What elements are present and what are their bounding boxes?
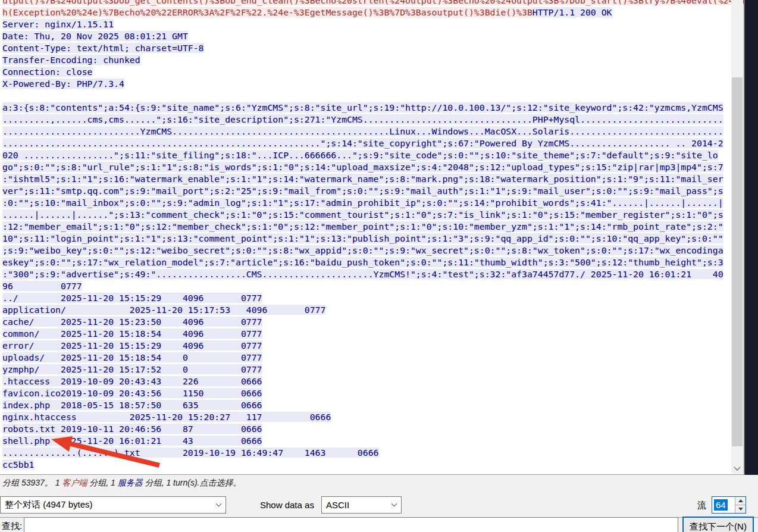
spinner-down-button[interactable] — [735, 505, 746, 513]
find-next-button-label: 查找下一个(N) — [690, 521, 747, 532]
stream-line: ........................................… — [2, 137, 744, 149]
stream-summary-status: 分组 53937。 1 客户端 分组, 1 服务器 分组, 1 turn(s).… — [2, 478, 241, 489]
stream-line-segment: ver";s:11:"smtp.qq.com";s:9:"mail_port";… — [2, 186, 723, 196]
stream-line: Transfer-Encoding: chunked — [2, 54, 744, 66]
stream-line: Connection: close — [2, 66, 744, 78]
status-mid2: 分组, 1 turn(s). — [143, 478, 200, 487]
stream-line: X-Powered-By: PHP/7.3.4 — [2, 78, 744, 90]
scrollbar-down-button[interactable] — [731, 463, 743, 474]
stream-text: utput()%7B%24output%3Dob_get_contents()%… — [0, 0, 744, 471]
desktop-background-strip — [745, 0, 758, 494]
stream-line-segment: .htaccess 2019-10-09 20:43:43 226 0666 — [2, 376, 262, 386]
data-encoding-select[interactable]: ASCII — [321, 496, 402, 514]
data-encoding-value: ASCII — [322, 500, 387, 510]
stream-line: Server: nginx/1.15.11 — [2, 18, 744, 30]
stream-line: Content-Type: text/html; charset=UTF-8 — [2, 42, 744, 54]
stream-line-segment: error/ 2025-11-20 15:15:29 4096 0777 — [2, 340, 262, 351]
stream-line: ......|......|......";s:13:"comment_chec… — [2, 209, 744, 221]
stream-line: eskey";s:0:"";s:17:"wx_relation_model";s… — [2, 256, 744, 268]
stream-line: index.php 2018-05-15 18:57:50 635 0666 — [2, 399, 744, 411]
scrollbar-thumb[interactable] — [732, 77, 743, 446]
stream-line: ver";s:11:"smtp.qq.com";s:9:"mail_port";… — [2, 185, 744, 197]
vertical-scrollbar[interactable] — [731, 0, 743, 474]
stream-line: ../ 2025-11-20 15:15:29 4096 0777 — [2, 292, 744, 304]
stream-number-label: 流 — [697, 500, 706, 511]
chevron-down-icon — [734, 464, 740, 470]
stream-line: 10";s:11:"login_point";s:1:"1";s:13:"com… — [2, 233, 744, 245]
stream-line-segment: robots.txt 2019-10-11 20:46:56 87 0666 — [2, 424, 262, 434]
stream-line-segment: X-Powered-By: PHP/7.3.4 — [2, 79, 124, 89]
status-suffix: 点击选择。 — [199, 478, 241, 487]
stream-number-spinner[interactable]: 64 — [712, 496, 746, 514]
find-next-button[interactable]: 查找下一个(N) — [682, 517, 754, 532]
stream-line-segment: yzmphp/ 2025-11-20 15:17:52 0 0777 — [2, 364, 262, 374]
stream-line: common/ 2025-11-20 15:18:54 4096 0777 — [2, 328, 744, 340]
stream-line: 96 0777 — [2, 280, 744, 292]
stream-line-segment: ../ 2025-11-20 15:15:29 4096 0777 — [2, 293, 262, 303]
follow-tcp-stream-window: utput()%7B%24output%3Dob_get_contents()%… — [0, 0, 758, 532]
stream-line: .........,......cms,cms......";s:16:"sit… — [2, 114, 744, 126]
stream-line-segment: ;s:9:"weibo_key";s:0:"";s:12:"weibo_secr… — [2, 245, 723, 255]
stream-line: favicon.ico2019-10-09 20:43:56 1150 0666 — [2, 387, 744, 399]
stream-line-segment: utput()%7B%24output%3Dob_get_contents()%… — [2, 0, 744, 5]
stream-line-segment: favicon.ico2019-10-09 20:43:56 1150 0666 — [2, 388, 262, 398]
stream-line-segment: ......|......|......";s:13:"comment_chec… — [2, 209, 723, 220]
stream-line-segment: shell.php 2025-11-20 16:01:21 43 0666 — [2, 436, 262, 446]
stream-content-pane[interactable]: utput()%7B%24output%3Dob_get_contents()%… — [0, 0, 744, 475]
stream-line-segment: Connection: close — [2, 67, 92, 77]
stream-line-segment: go";s:0:"";s:8:"url_rule";s:1:"1";s:8:"i… — [2, 162, 723, 172]
stream-line: uploads/ 2025-11-20 15:18:54 0 0777 — [2, 352, 744, 364]
stream-number-value: 64 — [714, 499, 728, 511]
stream-line: :12:"member_email";s:1:"0";s:12:"member_… — [2, 221, 744, 233]
stream-line: nginx.htaccess 2025-11-20 15:20:27 117 0… — [2, 411, 744, 423]
stream-line: :0:"";s:10:"mail_inbox";s:0:"";s:9:"admi… — [2, 197, 744, 209]
stream-line: cache/ 2025-11-20 15:23:50 4096 0777 — [2, 316, 744, 328]
stream-line-segment: 10";s:11:"login_point";s:1:"1";s:13:"com… — [2, 233, 723, 243]
stream-line-segment: Date: Thu, 20 Nov 2025 08:01:21 GMT — [2, 31, 188, 41]
server-packets-label: 服务器 — [118, 478, 143, 487]
stream-line: ;s:9:"weibo_key";s:0:"";s:12:"weibo_secr… — [2, 245, 744, 256]
stream-line-segment: common/ 2025-11-20 15:18:54 4096 0777 — [2, 328, 262, 339]
stream-line-segment: h(Exception%20%24e)%7Becho%20%22ERROR%3A… — [2, 7, 533, 17]
stream-line: ..............(......).txt 2019-10-19 16… — [2, 447, 744, 459]
stream-line-segment: ........................................… — [2, 138, 723, 148]
stream-line: cc5bb1 — [2, 459, 744, 471]
stream-line: yzmphp/ 2025-11-20 15:17:52 0 0777 — [2, 364, 744, 375]
stream-line: shell.php 2025-11-20 16:01:21 43 0666 — [2, 435, 744, 447]
stream-line: :"ishtml5";s:1:"1";s:16:"watermark_enabl… — [2, 173, 744, 185]
stream-line — [2, 90, 744, 102]
stream-line-segment: :"300";s:9:"advertise";s:49:"...........… — [2, 269, 723, 279]
stream-line-segment: uploads/ 2025-11-20 15:18:54 0 0777 — [2, 352, 262, 362]
stream-line: .htaccess 2019-10-09 20:43:43 226 0666 — [2, 375, 744, 387]
triangle-up-icon — [738, 499, 743, 502]
triangle-down-icon — [738, 508, 743, 511]
stream-line-segment: cc5bb1 — [2, 459, 34, 470]
find-label: 查找: — [2, 521, 22, 532]
stream-dialog-controls: 分组 53937。 1 客户端 分组, 1 服务器 分组, 1 turn(s).… — [0, 475, 758, 532]
stream-line: application/ 2025-11-20 15:17:53 4096 07… — [2, 304, 744, 316]
chevron-down-icon — [215, 501, 221, 507]
stream-line-segment: ..............(......).txt 2019-10-19 16… — [2, 447, 379, 458]
stream-line-segment: .........,......cms,cms......";s:16:"sit… — [2, 114, 723, 124]
status-mid1: 分组, 1 — [87, 478, 117, 487]
stream-line-segment: Server: nginx/1.15.11 — [2, 19, 114, 29]
stream-line: utput()%7B%24output%3Dob_get_contents()%… — [2, 0, 744, 7]
stream-line-segment: cache/ 2025-11-20 15:23:50 4096 0777 — [2, 317, 262, 327]
conversation-direction-value: 整个对话 (4947 bytes) — [1, 499, 211, 511]
stream-line: 020 .................";s:11:"site_filing… — [2, 149, 744, 161]
stream-line-segment: eskey";s:0:"";s:17:"wx_relation_model";s… — [2, 257, 723, 267]
conversation-direction-select[interactable]: 整个对话 (4947 bytes) — [0, 496, 226, 514]
stream-line-segment: 96 0777 — [2, 281, 82, 291]
stream-line: ..........................YzmCMS........… — [2, 126, 744, 137]
stream-line-segment: index.php 2018-05-15 18:57:50 635 0666 — [2, 400, 262, 410]
status-prefix: 分组 53937。 1 — [2, 478, 62, 487]
stream-line: h(Exception%20%24e)%7Becho%20%22ERROR%3A… — [2, 7, 744, 18]
show-data-as-label: Show data as — [260, 500, 314, 510]
stream-line-segment: nginx.htaccess 2025-11-20 15:20:27 117 0… — [2, 412, 331, 422]
stream-line: go";s:0:"";s:8:"url_rule";s:1:"1";s:8:"i… — [2, 161, 744, 173]
stream-line: :"300";s:9:"advertise";s:49:"...........… — [2, 268, 744, 280]
find-input[interactable] — [24, 517, 678, 532]
spinner-up-button[interactable] — [735, 497, 746, 505]
stream-line-segment: :0:"";s:10:"mail_inbox";s:0:"";s:9:"admi… — [2, 198, 723, 208]
stream-line: robots.txt 2019-10-11 20:46:56 87 0666 — [2, 423, 744, 435]
